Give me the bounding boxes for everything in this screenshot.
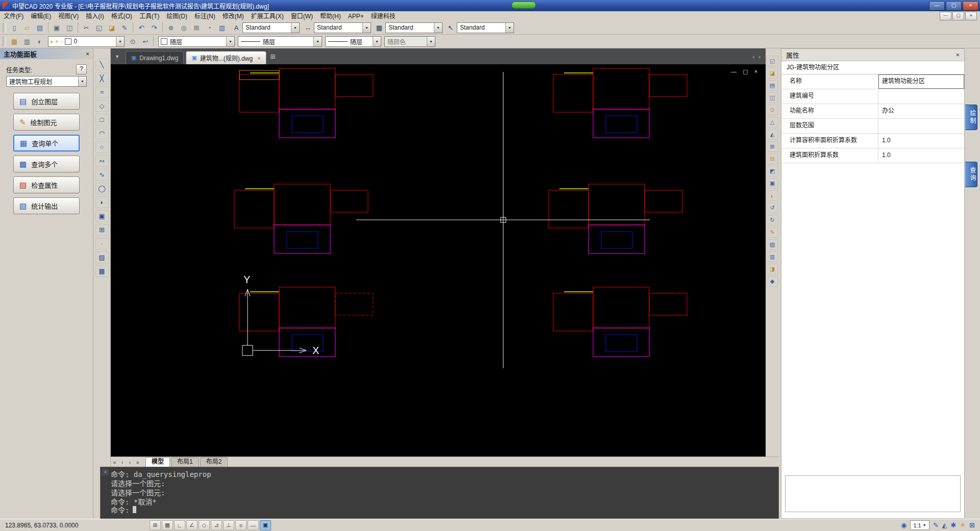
polygon-icon[interactable]: ◇	[95, 100, 109, 112]
building-mid-block[interactable]	[274, 184, 330, 225]
brightness-icon[interactable]: ☀	[960, 521, 966, 529]
building-left-block[interactable]	[553, 293, 593, 331]
lineweight-combo[interactable]: 随层 ▼	[325, 36, 381, 47]
dim-style-icon[interactable]: ↔	[302, 21, 314, 34]
table-style-combo[interactable]: Standard▼	[385, 22, 443, 33]
building-core[interactable]	[292, 116, 323, 133]
layer-isolate-icon[interactable]: ◐	[34, 35, 46, 47]
copy-icon[interactable]: ◱	[93, 21, 105, 34]
statistics-output-button[interactable]: ▨统计输出	[13, 197, 80, 214]
rotate-right-tool-icon[interactable]: ↻	[766, 215, 778, 225]
building-left-block[interactable]	[234, 190, 274, 228]
property-value[interactable]	[878, 89, 964, 104]
building-podium[interactable]	[593, 109, 649, 138]
building[interactable]	[553, 287, 687, 357]
layout-tab[interactable]: 布局2	[200, 457, 228, 467]
building-mid-block[interactable]	[593, 287, 649, 328]
color-combo[interactable]: 随层 ▼	[158, 36, 235, 47]
command-window[interactable]: × 命令: da_querysingleprop请选择一个图元:请选择一个图元:…	[100, 467, 779, 519]
point-icon[interactable]: ∙	[95, 238, 109, 249]
drawing-close-icon[interactable]: ×	[754, 68, 757, 75]
side-tab-draw[interactable]: 绘制	[965, 105, 977, 130]
grid-toggle[interactable]: ▦	[162, 520, 173, 530]
close-icon[interactable]: ×	[257, 55, 260, 61]
tab-list-dropdown-icon[interactable]: ▼	[115, 54, 119, 59]
chevron-down-icon[interactable]: ▼	[373, 37, 381, 46]
menu-item[interactable]: 编辑(E)	[27, 12, 55, 21]
menu-item[interactable]: 标注(N)	[191, 12, 219, 21]
otrack-toggle[interactable]: ⊿	[211, 520, 222, 530]
menu-item[interactable]: 绿建科技	[368, 12, 399, 21]
mleader-style-combo[interactable]: Standard▼	[457, 22, 514, 33]
cut-icon[interactable]: ✂	[80, 21, 92, 34]
clipboard-tool-icon[interactable]: ◱	[766, 56, 778, 66]
building-mid-block[interactable]	[589, 184, 645, 225]
annotation-scale-combo[interactable]: 1:1 ▼	[910, 520, 929, 530]
chevron-down-icon[interactable]: ▼	[434, 23, 442, 33]
open-icon[interactable]: ▱	[21, 21, 33, 34]
tab-scroll-left-icon[interactable]: ‹	[753, 54, 755, 60]
building-podium[interactable]	[274, 225, 330, 254]
property-value[interactable]: 建筑物功能分区	[878, 74, 964, 89]
grid-tool-icon[interactable]: ⊞	[766, 141, 778, 152]
building-right-block[interactable]	[335, 74, 373, 96]
shade-tool-icon[interactable]: ▧	[766, 239, 778, 250]
property-value[interactable]: 1.0	[878, 148, 964, 163]
close-icon[interactable]: ×	[86, 50, 89, 58]
make-block-icon[interactable]: ⊞	[95, 224, 109, 236]
chevron-down-icon[interactable]: ▼	[362, 23, 371, 33]
menu-item[interactable]: 窗口(W)	[287, 12, 316, 21]
pan-icon[interactable]: ⊕	[165, 21, 177, 34]
revision-cloud-icon[interactable]: ∾	[95, 155, 109, 167]
drawing-canvas[interactable]: YX	[111, 64, 766, 457]
create-layer-button[interactable]: ▤创立图层	[13, 93, 80, 110]
model-toggle[interactable]: ▣	[260, 520, 271, 530]
building-left-block[interactable]	[553, 74, 593, 112]
window-minimize-button[interactable]: —	[929, 1, 945, 11]
print-preview-icon[interactable]: ◫	[63, 21, 76, 34]
plot-icon[interactable]: ▣	[51, 21, 63, 34]
layer-previous-icon[interactable]: ↩	[139, 35, 152, 47]
building-left-block[interactable]	[239, 293, 279, 331]
building-left-block[interactable]	[549, 190, 589, 228]
menu-item[interactable]: 文件(F)	[0, 12, 27, 21]
chevron-down-icon[interactable]: ▼	[78, 77, 86, 86]
tab-nav-icon[interactable]: »	[134, 459, 141, 465]
ellipse-arc-icon[interactable]: ◗	[95, 196, 109, 208]
command-prompt[interactable]: 命令:	[111, 504, 129, 515]
line-icon[interactable]: ╲	[95, 59, 109, 70]
corner-tool-icon[interactable]: ◩	[766, 166, 778, 176]
menu-item[interactable]: 扩展工具(X)	[248, 12, 287, 21]
save-icon[interactable]: ▤	[34, 21, 46, 34]
building-podium[interactable]	[589, 225, 645, 254]
dyn-toggle[interactable]: ≡	[235, 520, 247, 530]
ortho-toggle[interactable]: ∟	[174, 520, 185, 530]
mleader-style-icon[interactable]: ↖	[445, 21, 457, 34]
building-core[interactable]	[606, 335, 637, 351]
window-close-button[interactable]: ×	[963, 1, 978, 11]
task-type-combo[interactable]: 建筑物工程规划 ▼	[6, 76, 87, 87]
contrast-tool-icon[interactable]: ◐	[766, 190, 778, 201]
chevron-down-icon[interactable]: ▼	[427, 37, 435, 46]
building-right-block[interactable]	[649, 293, 687, 315]
side-tab-query[interactable]: 查询	[965, 162, 977, 187]
text-style-icon[interactable]: A	[230, 21, 242, 34]
building[interactable]	[553, 68, 687, 138]
layout-tab[interactable]: 布局1	[171, 457, 199, 467]
building-podium[interactable]	[279, 109, 335, 138]
list-tool-icon[interactable]: ▥	[766, 251, 778, 262]
chevron-down-icon[interactable]: ▼	[291, 23, 299, 33]
building[interactable]	[549, 184, 682, 254]
layer-properties-icon[interactable]: ▦	[8, 35, 20, 47]
tab-nav-icon[interactable]: «	[111, 459, 118, 465]
zoom-previous-icon[interactable]: ◔	[203, 21, 215, 34]
building[interactable]	[239, 287, 373, 357]
paste-icon[interactable]: ◪	[106, 21, 118, 34]
polyline-icon[interactable]: ≈	[95, 86, 109, 98]
building-mid-block[interactable]	[279, 68, 335, 109]
snap-toggle[interactable]: ⊞	[150, 520, 161, 530]
check-attributes-button[interactable]: ▧检查属性	[13, 176, 80, 193]
menu-item[interactable]: 绘图(D)	[163, 12, 191, 21]
close-icon[interactable]: ×	[102, 469, 109, 475]
triangle-tool-icon[interactable]: △	[766, 117, 778, 128]
